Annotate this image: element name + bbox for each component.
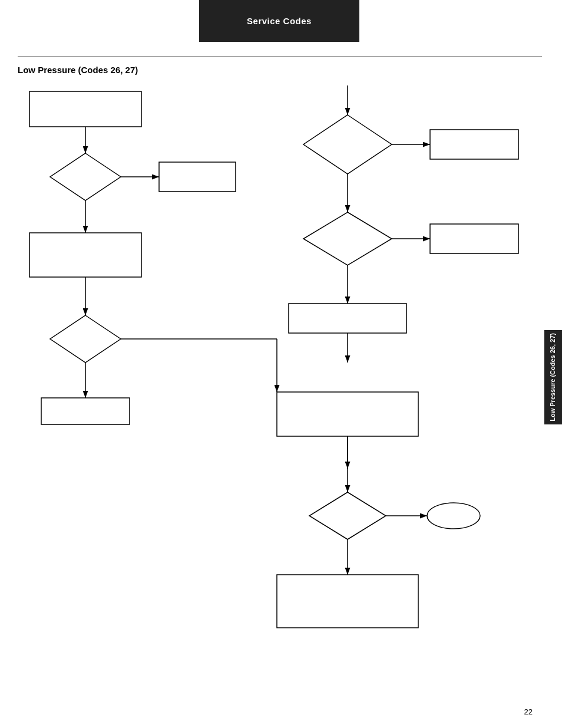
svg-rect-20 bbox=[430, 224, 518, 253]
header-bar: Service Codes bbox=[199, 0, 359, 42]
svg-marker-14 bbox=[303, 115, 392, 174]
svg-rect-16 bbox=[430, 130, 518, 159]
header-title: Service Codes bbox=[247, 16, 312, 26]
section-title: Low Pressure (Codes 26, 27) bbox=[18, 65, 138, 75]
flowchart bbox=[18, 85, 536, 710]
svg-marker-3 bbox=[50, 153, 121, 200]
svg-rect-7 bbox=[29, 233, 141, 277]
svg-rect-30 bbox=[277, 575, 418, 628]
svg-marker-18 bbox=[303, 212, 392, 265]
svg-rect-24 bbox=[277, 392, 418, 436]
svg-point-28 bbox=[427, 503, 480, 529]
side-tab: Low Pressure (Codes 26, 27) bbox=[544, 330, 562, 424]
side-tab-label: Low Pressure (Codes 26, 27) bbox=[549, 333, 557, 421]
svg-rect-1 bbox=[29, 91, 141, 127]
svg-marker-9 bbox=[50, 315, 121, 363]
svg-rect-22 bbox=[289, 304, 406, 333]
hr-divider bbox=[18, 56, 542, 57]
svg-rect-5 bbox=[159, 162, 236, 192]
svg-rect-13 bbox=[41, 398, 130, 424]
svg-marker-26 bbox=[309, 492, 386, 539]
